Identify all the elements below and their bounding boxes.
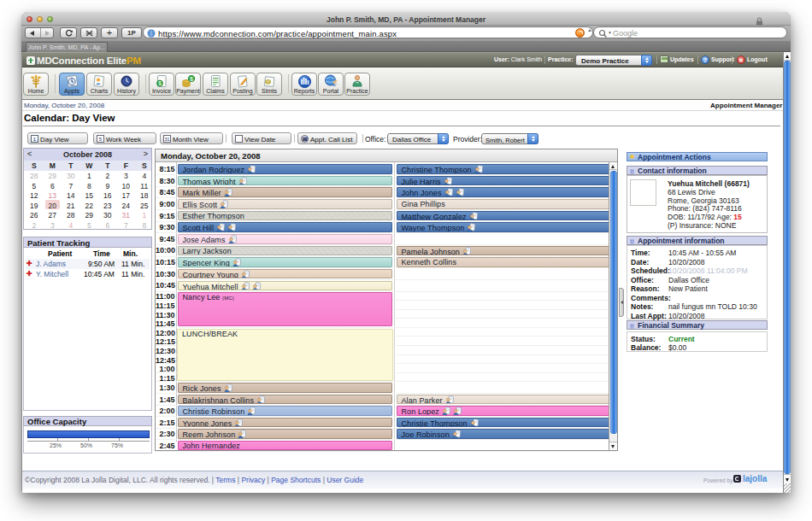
svg-text:$: $: [190, 76, 193, 82]
svg-text:$: $: [158, 80, 162, 86]
